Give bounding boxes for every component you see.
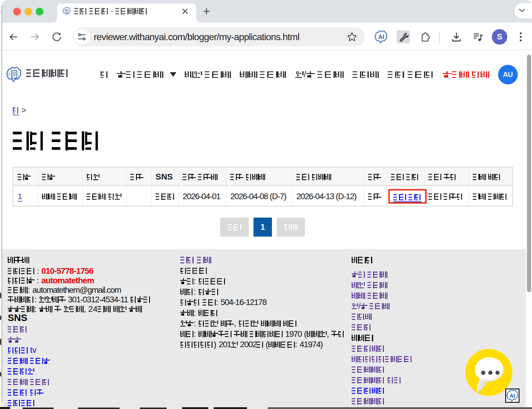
svg-text:AI: AI	[510, 393, 515, 399]
svg-text:AI: AI	[378, 34, 384, 40]
